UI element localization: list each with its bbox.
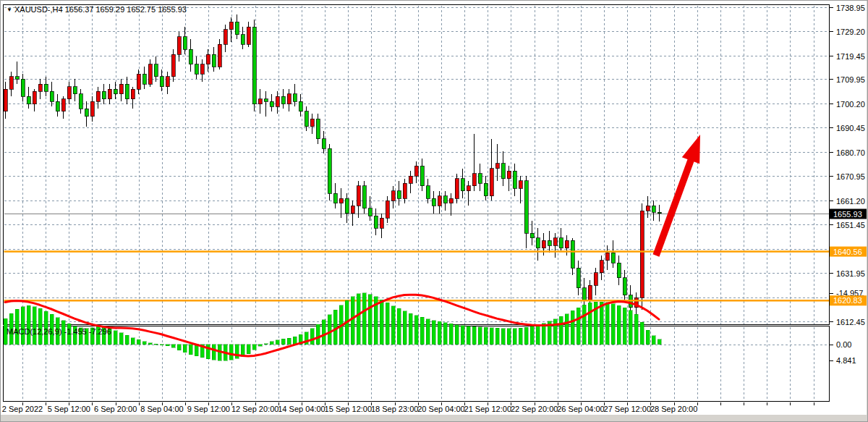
candle <box>553 238 557 245</box>
macd-histogram-bar <box>582 305 586 344</box>
macd-histogram-bar <box>125 335 129 344</box>
candle <box>241 35 244 45</box>
macd-histogram-bar <box>357 294 360 345</box>
macd-histogram-bar <box>414 316 418 345</box>
candle <box>310 119 314 126</box>
candle <box>623 278 626 295</box>
candle <box>119 84 123 94</box>
macd-histogram-bar <box>148 343 152 345</box>
candle <box>195 64 198 75</box>
indicator-values: -1.455 -7.296 <box>64 327 111 336</box>
macd-histogram-bar <box>507 329 511 345</box>
candle <box>85 109 88 116</box>
candle <box>200 64 204 75</box>
macd-histogram-bar <box>478 327 482 345</box>
candle <box>611 253 615 263</box>
time-axis-label: 5 Sep 12:00 <box>48 405 90 413</box>
candle <box>605 253 609 260</box>
candle <box>420 166 424 185</box>
candle <box>287 94 291 104</box>
time-axis-label: 6 Sep 20:00 <box>94 405 137 413</box>
macd-histogram-bar <box>640 322 644 344</box>
macd-histogram-bar <box>166 345 169 346</box>
macd-histogram-bar <box>362 293 366 345</box>
time-axis-label: 2 Sep 2022 <box>2 405 43 413</box>
candle <box>461 179 464 191</box>
candle <box>362 186 366 208</box>
price-axis-label: 1651.45 <box>836 221 865 229</box>
candle <box>4 89 7 111</box>
time-axis-label: 8 Sep 04:00 <box>140 405 183 413</box>
price-chart[interactable]: 1738.951729.201719.451709.951700.201690.… <box>1 1 867 415</box>
time-axis-label: 14 Sep 04:00 <box>278 405 325 413</box>
macd-histogram-bar <box>386 303 389 344</box>
candle <box>478 174 482 184</box>
macd-histogram-bar <box>588 303 592 344</box>
chart-title: ▼ XAUUSD-,H4 1656.37 1659.29 1652.75 165… <box>7 5 187 14</box>
time-axis-label: 27 Sep 12:00 <box>604 405 651 413</box>
candle <box>96 91 100 101</box>
candle <box>333 193 337 203</box>
candle <box>50 91 54 101</box>
macd-histogram-bar <box>154 344 158 345</box>
candle <box>316 119 320 138</box>
macd-histogram-bar <box>33 307 36 345</box>
macd-histogram-bar <box>310 329 314 345</box>
macd-histogram-bar <box>333 310 337 344</box>
level-price-label: 1620.83 <box>833 296 862 305</box>
macd-histogram-bar <box>646 330 650 344</box>
candle <box>542 240 545 248</box>
macd-histogram-bar <box>281 339 285 344</box>
macd-histogram-bar <box>380 300 383 344</box>
candle <box>171 54 175 77</box>
candle <box>56 101 59 111</box>
candle <box>501 164 505 179</box>
macd-histogram-bar <box>426 319 430 345</box>
candle <box>90 101 94 117</box>
macd-histogram-bar <box>565 314 569 345</box>
candle <box>114 89 117 94</box>
macd-histogram-bar <box>472 326 476 344</box>
time-axis-label: 26 Sep 04:00 <box>557 405 604 413</box>
macd-histogram-bar <box>276 340 279 345</box>
candle <box>449 198 453 203</box>
macd-histogram-bar <box>629 311 632 345</box>
candle <box>524 181 528 233</box>
candle <box>252 27 256 104</box>
candle <box>530 233 534 238</box>
macd-histogram-bar <box>605 303 609 345</box>
macd-histogram-bar <box>536 325 540 344</box>
macd-histogram-bar <box>501 329 505 345</box>
candle <box>9 77 13 89</box>
time-axis-label: 18 Sep 23:00 <box>371 405 418 413</box>
candle <box>154 64 158 77</box>
candle <box>507 171 511 178</box>
macd-histogram-bar <box>576 308 580 344</box>
macd-histogram-bar <box>119 333 123 345</box>
candle <box>224 30 227 45</box>
candle <box>548 240 551 245</box>
symbol-dropdown-icon[interactable]: ▼ <box>7 7 12 13</box>
time-axis-label: 22 Sep 20:00 <box>511 405 558 413</box>
time-axis-label: 9 Sep 12:00 <box>187 405 230 413</box>
candle <box>322 139 326 149</box>
macd-histogram-bar <box>258 345 262 347</box>
macd-histogram-bar <box>206 345 210 359</box>
candle <box>102 91 106 98</box>
macd-histogram-bar <box>270 342 273 345</box>
candle <box>409 176 412 183</box>
price-axis-label: 1729.20 <box>836 28 865 36</box>
macd-axis-label: 0.00 <box>836 340 851 349</box>
time-axis-label: 15 Sep 12:00 <box>325 405 372 413</box>
macd-histogram-bar <box>403 311 407 345</box>
macd-histogram-bar <box>397 308 401 344</box>
candle <box>276 96 279 106</box>
macd-histogram-bar <box>409 313 412 344</box>
macd-histogram-bar <box>287 338 291 344</box>
candle <box>582 288 586 300</box>
candle <box>519 181 522 188</box>
macd-histogram-bar <box>495 328 499 344</box>
candle <box>328 148 331 193</box>
candle <box>357 186 360 206</box>
macd-histogram-bar <box>420 317 424 344</box>
